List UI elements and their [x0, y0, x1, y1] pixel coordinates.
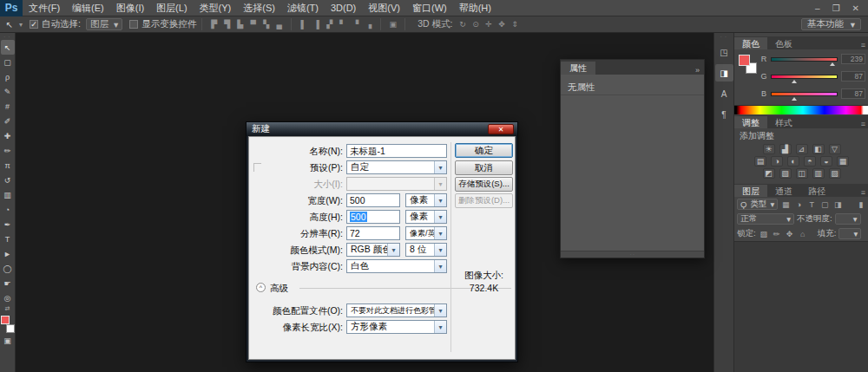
- distribute-left-edges-icon[interactable]: ▘: [337, 20, 348, 29]
- 3d-roll-icon[interactable]: ⊙: [470, 20, 481, 29]
- auto-align-layers-icon[interactable]: ▣: [387, 20, 398, 29]
- panel-menu-icon[interactable]: ≡: [861, 120, 868, 128]
- type-tool[interactable]: T: [1, 232, 15, 246]
- selective-color-icon[interactable]: ▨: [829, 168, 841, 179]
- auto-select-target-dropdown[interactable]: 图层 ▾: [86, 18, 122, 30]
- layers-list[interactable]: [734, 241, 868, 372]
- menu-help[interactable]: 帮助(H): [453, 0, 497, 16]
- tab-channels[interactable]: 通道: [767, 185, 800, 197]
- cancel-button[interactable]: 取消: [455, 160, 513, 175]
- width-input[interactable]: 500: [346, 193, 400, 207]
- panel-menu-icon[interactable]: ≡: [861, 41, 868, 49]
- curves-icon[interactable]: ⊿: [796, 144, 808, 154]
- paragraph-panel-icon[interactable]: ¶: [715, 106, 733, 123]
- color-profile-dropdown[interactable]: 不要对此文档进行色彩管理 ▾: [346, 303, 447, 317]
- advanced-toggle-icon[interactable]: ^: [256, 283, 266, 292]
- name-input[interactable]: 未标题-1: [346, 144, 447, 158]
- gradient-tool[interactable]: ▥: [1, 187, 15, 202]
- filter-switch-icon[interactable]: ▮: [856, 200, 866, 209]
- brightness-contrast-icon[interactable]: ☀: [763, 144, 775, 154]
- tab-styles[interactable]: 样式: [767, 116, 800, 128]
- invert-icon[interactable]: ◩: [763, 168, 775, 179]
- distribute-vertical-centers-icon[interactable]: ▐: [311, 20, 322, 29]
- background-color-swatch[interactable]: [6, 324, 15, 333]
- menu-type[interactable]: 类型(Y): [194, 0, 238, 16]
- distribute-right-edges-icon[interactable]: ▗: [363, 20, 374, 29]
- smart-object-filter-icon[interactable]: ◨: [832, 200, 843, 209]
- fill-dropdown[interactable]: ▾: [838, 228, 861, 239]
- pixel-layer-filter-icon[interactable]: ▦: [780, 200, 791, 209]
- align-left-edges-icon[interactable]: ▀: [247, 20, 259, 29]
- ok-button[interactable]: 确定: [455, 143, 513, 158]
- black-white-icon[interactable]: ◐: [787, 156, 799, 166]
- blend-mode-dropdown[interactable]: 正常 ▾: [737, 213, 794, 225]
- channel-mixer-icon[interactable]: ◒: [820, 156, 832, 166]
- filter-type-dropdown[interactable]: Ϙ 类型 ▾: [737, 199, 778, 210]
- lock-image-icon[interactable]: ✏: [772, 230, 782, 238]
- levels-icon[interactable]: ▟: [779, 144, 792, 154]
- menu-filter[interactable]: 滤镜(T): [281, 0, 325, 16]
- auto-select-checkbox[interactable]: ✓: [30, 20, 38, 29]
- workspace-switcher[interactable]: 基本功能 ▾: [801, 18, 861, 30]
- menu-edit[interactable]: 编辑(E): [66, 0, 110, 16]
- tab-adjustments[interactable]: 调整: [734, 116, 767, 128]
- foreground-color-swatch[interactable]: [1, 316, 10, 324]
- menu-file[interactable]: 文件(F): [23, 0, 66, 16]
- resolution-input[interactable]: 72: [346, 226, 400, 240]
- posterize-icon[interactable]: ▧: [779, 168, 792, 179]
- menu-image[interactable]: 图像(I): [110, 0, 150, 16]
- pen-tool[interactable]: ✒: [1, 217, 15, 232]
- photo-filter-icon[interactable]: ◓: [804, 156, 816, 166]
- menu-view[interactable]: 视图(V): [362, 0, 406, 16]
- threshold-icon[interactable]: ◫: [796, 168, 808, 179]
- quick-mask-button[interactable]: ▣: [1, 333, 15, 348]
- red-slider[interactable]: [771, 57, 838, 62]
- path-selection-tool[interactable]: ►: [1, 246, 15, 261]
- green-slider[interactable]: [771, 75, 838, 79]
- lasso-tool[interactable]: ρ: [1, 69, 15, 84]
- menu-3d[interactable]: 3D(D): [325, 0, 362, 16]
- close-icon[interactable]: ✕: [852, 3, 859, 13]
- lock-transparency-icon[interactable]: ▨: [759, 230, 769, 238]
- blue-slider[interactable]: [771, 92, 838, 96]
- distribute-horizontal-centers-icon[interactable]: ▝: [350, 20, 361, 29]
- minimize-icon[interactable]: –: [815, 3, 820, 13]
- dialog-close-button[interactable]: ✕: [488, 124, 514, 134]
- panel-grip[interactable]: ∙ ∙: [3, 33, 10, 40]
- eyedropper-tool[interactable]: ✐: [1, 114, 15, 128]
- show-transform-checkbox[interactable]: [129, 20, 138, 29]
- 3d-scale-icon[interactable]: ⇕: [509, 20, 520, 29]
- color-lookup-icon[interactable]: ▦: [837, 156, 849, 166]
- align-right-edges-icon[interactable]: ▄: [273, 20, 285, 29]
- bit-depth-dropdown[interactable]: 8 位 ▾: [405, 243, 447, 257]
- save-preset-button[interactable]: 存储预设(S)...: [455, 177, 513, 192]
- distribute-top-edges-icon[interactable]: ▌: [298, 20, 309, 29]
- lock-all-icon[interactable]: ⌂: [798, 230, 808, 238]
- tab-paths[interactable]: 路径: [800, 185, 833, 197]
- align-bottom-edges-icon[interactable]: ▙: [234, 20, 246, 29]
- rectangular-marquee-tool[interactable]: ▢: [1, 55, 15, 69]
- background-contents-dropdown[interactable]: 白色 ▾: [346, 259, 447, 273]
- red-value-field[interactable]: 239: [841, 54, 865, 64]
- properties-panel-header[interactable]: 属性 »: [561, 60, 704, 75]
- move-tool[interactable]: ↖: [1, 40, 15, 55]
- panel-resize-handle[interactable]: ∙ ∙: [561, 251, 704, 258]
- history-brush-tool[interactable]: ↺: [1, 173, 15, 187]
- width-unit-dropdown[interactable]: 像素 ▾: [405, 193, 447, 207]
- brush-tool[interactable]: ✏: [1, 143, 15, 158]
- crop-tool[interactable]: #: [1, 99, 15, 114]
- adjustment-layer-filter-icon[interactable]: ◑: [793, 200, 804, 209]
- menu-select[interactable]: 选择(S): [237, 0, 281, 16]
- gradient-map-icon[interactable]: ▥: [812, 168, 825, 179]
- quick-selection-tool[interactable]: ✎: [1, 84, 15, 99]
- height-input[interactable]: 500: [346, 210, 400, 224]
- lock-position-icon[interactable]: ✥: [785, 230, 795, 238]
- character-panel-icon[interactable]: A: [715, 85, 733, 102]
- clone-stamp-tool[interactable]: π: [1, 158, 15, 173]
- type-layer-filter-icon[interactable]: T: [806, 200, 817, 209]
- tab-properties[interactable]: 属性: [561, 62, 595, 75]
- menu-layer[interactable]: 图层(L): [150, 0, 193, 16]
- panel-grip[interactable]: ∙ ∙: [720, 33, 727, 40]
- hand-tool[interactable]: ☛: [1, 276, 15, 290]
- spot-healing-brush-tool[interactable]: ✚: [1, 128, 15, 143]
